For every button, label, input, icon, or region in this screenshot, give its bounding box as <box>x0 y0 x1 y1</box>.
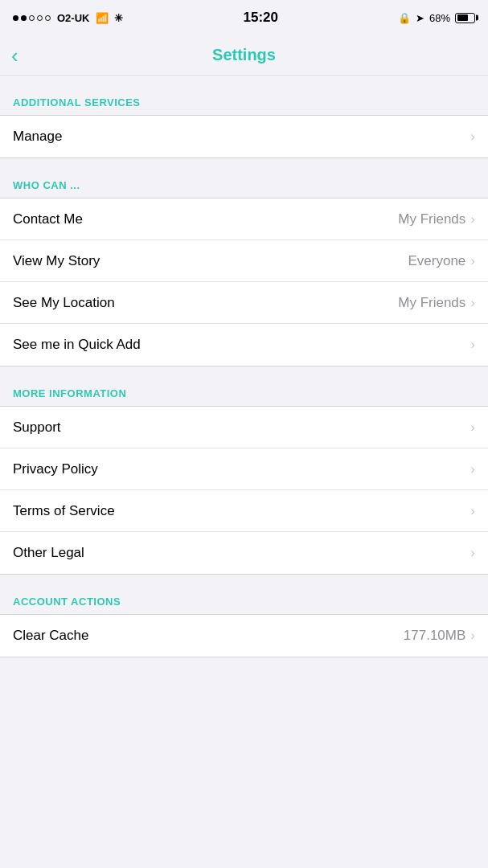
chevron-right-icon-contact-me: › <box>470 211 475 227</box>
lock-icon: 🔒 <box>398 12 411 24</box>
chevron-right-icon-see-in-quick-add: › <box>470 337 475 353</box>
section-header-more-information: MORE INFORMATION <box>0 373 488 406</box>
list-item-view-my-story[interactable]: View My StoryEveryone› <box>0 240 488 282</box>
section-spacer <box>0 366 488 373</box>
list-item-label-privacy-policy: Privacy Policy <box>13 461 98 477</box>
wifi-icon: 📶 <box>96 12 109 24</box>
list-item-support[interactable]: Support› <box>0 407 488 448</box>
status-time: 15:20 <box>243 10 277 26</box>
dot2 <box>21 15 27 21</box>
activity-icon: ✳ <box>114 12 123 24</box>
section-header-who-can: WHO CAN ... <box>0 165 488 198</box>
list-item-other-legal[interactable]: Other Legal› <box>0 532 488 574</box>
status-bar: O2-UK 📶 ✳ 15:20 🔒 ➤ 68% <box>0 0 488 35</box>
dot3 <box>29 15 35 21</box>
section-spacer <box>0 158 488 165</box>
list-item-terms-of-service[interactable]: Terms of Service› <box>0 490 488 532</box>
dot1 <box>13 15 18 21</box>
list-item-clear-cache[interactable]: Clear Cache177.10MB› <box>0 615 488 657</box>
list-item-right-terms-of-service: › <box>470 503 475 519</box>
list-item-see-in-quick-add[interactable]: See me in Quick Add› <box>0 324 488 366</box>
list-item-label-terms-of-service: Terms of Service <box>13 503 115 519</box>
list-group-account-actions: Clear Cache177.10MB› <box>0 614 488 657</box>
battery-container <box>455 13 475 23</box>
list-item-privacy-policy[interactable]: Privacy Policy› <box>0 448 488 490</box>
section-header-account-actions: ACCOUNT ACTIONS <box>0 581 488 614</box>
section-spacer <box>0 575 488 581</box>
section-spacer <box>0 76 488 82</box>
list-item-contact-me[interactable]: Contact MeMy Friends› <box>0 199 488 240</box>
list-item-value-view-my-story: Everyone <box>408 253 466 269</box>
chevron-right-icon-manage: › <box>470 129 475 145</box>
section-header-additional-services: ADDITIONAL SERVICES <box>0 82 488 115</box>
status-left: O2-UK 📶 ✳ <box>13 12 123 24</box>
nav-bar: ‹ Settings <box>0 35 488 76</box>
list-group-additional-services: Manage› <box>0 115 488 158</box>
battery-fill <box>457 14 469 21</box>
list-item-value-see-my-location: My Friends <box>398 295 465 311</box>
list-item-right-view-my-story: Everyone› <box>408 253 476 269</box>
list-item-right-see-my-location: My Friends› <box>398 295 475 311</box>
list-item-label-clear-cache: Clear Cache <box>13 628 89 644</box>
carrier-text: O2-UK <box>57 12 89 24</box>
page-title: Settings <box>212 46 276 64</box>
chevron-right-icon-support: › <box>470 420 475 436</box>
list-item-label-manage: Manage <box>13 129 62 145</box>
battery-percent: 68% <box>429 12 450 24</box>
list-group-more-information: Support›Privacy Policy›Terms of Service›… <box>0 406 488 575</box>
battery-body <box>455 13 475 23</box>
list-group-who-can: Contact MeMy Friends›View My StoryEveryo… <box>0 198 488 366</box>
chevron-right-icon-see-my-location: › <box>470 295 475 311</box>
list-item-label-contact-me: Contact Me <box>13 211 83 227</box>
list-item-value-contact-me: My Friends <box>398 211 465 227</box>
list-item-label-support: Support <box>13 420 61 436</box>
list-item-label-view-my-story: View My Story <box>13 253 100 269</box>
dot4 <box>37 15 43 21</box>
list-item-right-clear-cache: 177.10MB› <box>404 628 475 644</box>
back-chevron-icon: ‹ <box>11 45 18 66</box>
list-item-label-see-in-quick-add: See me in Quick Add <box>13 337 141 353</box>
list-item-see-my-location[interactable]: See My LocationMy Friends› <box>0 282 488 324</box>
list-item-right-see-in-quick-add: › <box>470 337 475 353</box>
chevron-right-icon-other-legal: › <box>470 545 475 561</box>
list-item-right-support: › <box>470 420 475 436</box>
chevron-right-icon-terms-of-service: › <box>470 503 475 519</box>
list-item-manage[interactable]: Manage› <box>0 116 488 158</box>
list-item-right-other-legal: › <box>470 545 475 561</box>
list-item-right-contact-me: My Friends› <box>398 211 475 227</box>
chevron-right-icon-clear-cache: › <box>470 628 475 644</box>
signal-dots <box>13 15 51 21</box>
list-item-value-clear-cache: 177.10MB <box>404 628 466 644</box>
list-item-right-privacy-policy: › <box>470 461 475 477</box>
settings-sections: ADDITIONAL SERVICESManage›WHO CAN ...Con… <box>0 76 488 657</box>
location-icon: ➤ <box>416 12 424 24</box>
back-button[interactable]: ‹ <box>11 45 18 66</box>
chevron-right-icon-view-my-story: › <box>470 253 475 269</box>
chevron-right-icon-privacy-policy: › <box>470 461 475 477</box>
list-item-label-see-my-location: See My Location <box>13 295 115 311</box>
dot5 <box>45 15 51 21</box>
status-right: 🔒 ➤ 68% <box>398 12 475 24</box>
list-item-label-other-legal: Other Legal <box>13 545 84 561</box>
list-item-right-manage: › <box>470 129 475 145</box>
